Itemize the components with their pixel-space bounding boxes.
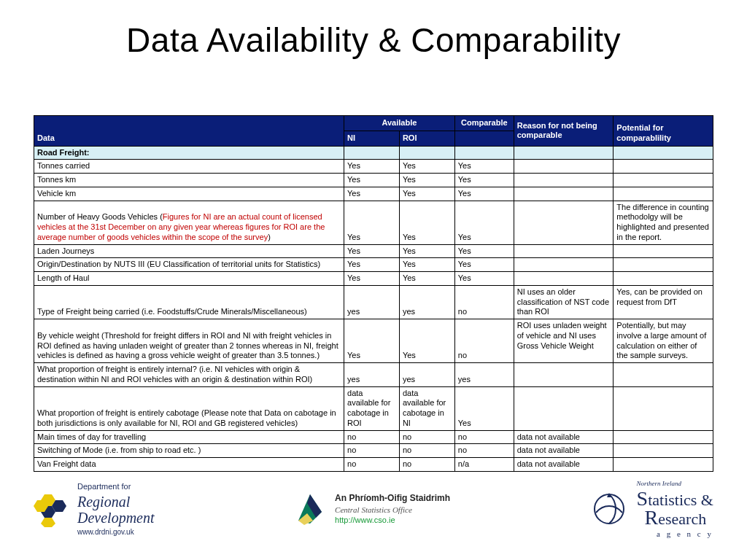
data-table: Data Available Comparable Reason for not…: [34, 115, 713, 472]
cell-roi: Yes: [399, 174, 454, 187]
cell-data: Length of Haul: [34, 272, 344, 286]
cell-data: Type of Freight being carried (i.e. Food…: [34, 285, 344, 319]
table-row: Tonnes carriedYesYesYes: [34, 160, 713, 174]
cell-data: Number of Heavy Goods Vehicles (Figures …: [34, 201, 344, 244]
cell-ni: no: [344, 458, 400, 472]
cell-data: Switching of Mode (i.e. from ship to roa…: [34, 444, 344, 458]
section-row: Road Freight:: [34, 146, 713, 160]
logo-cso: An Phríomh-Oifig Staidrimh Central Stati…: [293, 491, 450, 526]
drd-line2: Regional: [77, 494, 130, 510]
cell-reason: data not available: [514, 430, 614, 444]
cell-pot: Yes, can be provided on request from DfT: [614, 285, 713, 319]
table-row: Switching of Mode (i.e. from ship to roa…: [34, 444, 713, 458]
cell-ni: yes: [344, 285, 400, 319]
cell-data: Laden Journeys: [34, 244, 344, 258]
table-row: Length of HaulYesYesYes: [34, 272, 713, 286]
cell-ni: no: [344, 430, 400, 444]
cell-ni: Yes: [344, 244, 400, 258]
hdr-data: Data: [34, 116, 344, 147]
cell-reason: data not available: [514, 458, 614, 472]
table-row: What proportion of freight is entirely i…: [34, 363, 713, 387]
cell-data: Tonnes km: [34, 174, 344, 187]
cell-pot: Potentially, but may involve a large amo…: [614, 319, 713, 363]
logo-drd: Department for Regional Development www.…: [34, 481, 155, 536]
cell-ni: Yes: [344, 201, 400, 244]
cell-roi: no: [399, 430, 454, 444]
cell-reason: [514, 174, 614, 187]
cell-pot: [614, 160, 713, 174]
cell-data: Tonnes carried: [34, 160, 344, 174]
cell-ni: Yes: [344, 174, 400, 187]
cell-pot: [614, 258, 713, 272]
cell-comp: Yes: [454, 386, 514, 430]
table-row: Laden JourneysYesYesYes: [34, 244, 713, 258]
cell-ni: Yes: [344, 258, 400, 272]
hdr-comp-blank: [454, 131, 514, 146]
cell-roi: Yes: [399, 319, 454, 363]
cell-roi: data available for cabotage in NI: [399, 386, 454, 430]
cell-roi: Yes: [399, 201, 454, 244]
cell-pot: [614, 458, 713, 472]
cell-ni: Yes: [344, 319, 400, 363]
cell-comp: Yes: [454, 201, 514, 244]
cell-comp: Yes: [454, 258, 514, 272]
cell-pot: [614, 430, 713, 444]
section-label: Road Freight:: [34, 146, 344, 160]
hdr-potential: Potential for comparablility: [614, 116, 713, 147]
cell-roi: Yes: [399, 244, 454, 258]
table-row: Number of Heavy Goods Vehicles (Figures …: [34, 201, 713, 244]
logo-cso-text: An Phríomh-Oifig Staidrimh Central Stati…: [335, 493, 450, 525]
cell-data: What proportion of freight is entirely c…: [34, 386, 344, 430]
cso-line2: Central Statistics Office: [335, 505, 450, 515]
cso-line1: An Phríomh-Oifig Staidrimh: [335, 493, 450, 505]
cso-icon: [293, 491, 328, 526]
cell-pot: [614, 174, 713, 187]
cell-reason: data not available: [514, 444, 614, 458]
cell-reason: NI uses an older classification of NST c…: [514, 285, 614, 319]
cell-comp: Yes: [454, 174, 514, 187]
cell-reason: [514, 363, 614, 387]
cell-reason: [514, 187, 614, 201]
cell-pot: The difference in counting methodolgy wi…: [614, 201, 713, 244]
cell-comp: Yes: [454, 244, 514, 258]
cell-pot: [614, 444, 713, 458]
cell-data: Van Freight data: [34, 458, 344, 472]
cell-data: Main times of day for travelling: [34, 430, 344, 444]
cell-reason: [514, 258, 614, 272]
hdr-ni: NI: [344, 131, 400, 146]
page-title: Data Availability & Comparability: [0, 20, 747, 60]
logo-nisra: Northern Ireland SStatistics &tatistics …: [589, 480, 713, 538]
cell-comp: n/a: [454, 458, 514, 472]
table-row: By vehicle weight (Threshold for freight…: [34, 319, 713, 363]
cell-pot: [614, 244, 713, 258]
cell-roi: Yes: [399, 258, 454, 272]
cso-url: http://www.cso.ie: [335, 515, 450, 525]
cell-ni: Yes: [344, 272, 400, 286]
cell-roi: Yes: [399, 187, 454, 201]
table-row: Origin/Destination by NUTS III (EU Class…: [34, 258, 713, 272]
cell-comp: yes: [454, 363, 514, 387]
logo-bar: Department for Regional Development www.…: [34, 480, 713, 538]
cell-pot: [614, 363, 713, 387]
cell-roi: yes: [399, 285, 454, 319]
table-row: Tonnes kmYesYesYes: [34, 174, 713, 187]
logo-nisra-text: Northern Ireland SStatistics &tatistics …: [637, 480, 713, 538]
nisra-icon: [589, 491, 630, 527]
drd-line3: Development: [77, 510, 155, 526]
cell-comp: Yes: [454, 187, 514, 201]
table-row: Vehicle kmYesYesYes: [34, 187, 713, 201]
cell-comp: no: [454, 319, 514, 363]
cell-reason: ROI uses unladen weight of vehicle and N…: [514, 319, 614, 363]
drd-url: www.drdni.gov.uk: [77, 527, 155, 537]
cell-ni: data available for cabotage in ROI: [344, 386, 400, 430]
cell-pot: [614, 187, 713, 201]
data-table-wrap: Data Available Comparable Reason for not…: [34, 115, 713, 472]
nisra-sm: Northern Ireland: [637, 480, 713, 487]
table-row: Type of Freight being carried (i.e. Food…: [34, 285, 713, 319]
cell-roi: yes: [399, 363, 454, 387]
cell-roi: Yes: [399, 272, 454, 286]
highlighted-note: Figures for NI are an actual count of li…: [37, 212, 325, 241]
cell-roi: no: [399, 444, 454, 458]
table-row: What proportion of freight is entirely c…: [34, 386, 713, 430]
cell-reason: [514, 272, 614, 286]
